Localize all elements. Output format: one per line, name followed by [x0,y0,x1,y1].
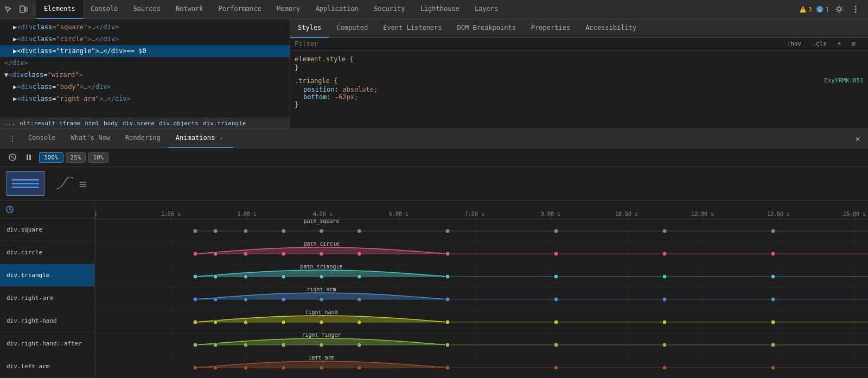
pause-button[interactable] [23,151,35,163]
svg-point-56 [244,274,248,279]
anim-wave-svg: right arm [95,288,868,311]
timeline-label-row[interactable]: div.left-arm [0,355,94,378]
timeline-label-row[interactable]: div.triangle [0,264,94,287]
timeline-tick-line [247,216,247,219]
dom-line[interactable]: ▶ <div class="square">…</div> [0,21,290,33]
dom-line[interactable]: </div> [0,57,290,69]
styles-tab-accessibility[interactable]: Accessibility [578,19,644,38]
nav-tab-sources[interactable]: Sources [125,0,168,19]
svg-point-131 [357,366,361,370]
styles-tab-styles[interactable]: Styles [290,19,329,38]
svg-point-36 [193,252,197,256]
svg-point-18 [193,229,197,233]
drawer-tab-console[interactable]: Console [21,129,63,148]
anim-preview-box [7,171,44,196]
svg-point-20 [244,229,248,233]
timeline-tick-line [854,216,855,219]
svg-point-78 [445,297,450,302]
timeline-grid: path_squarepath_circlepath_triangleright… [95,220,868,378]
svg-point-60 [445,274,450,279]
drawer-tab-label: What's New [71,134,110,142]
drawer-tab-rendering[interactable]: Rendering [118,129,168,148]
drawer-tab-close-icon[interactable]: ✕ [218,134,225,142]
svg-point-91 [213,320,218,324]
styles-tab-computed[interactable]: Computed [329,19,375,38]
svg-point-7 [855,9,857,10]
svg-point-76 [320,297,324,302]
timeline-chart[interactable]: 01.50 s3.00 s4.50 s6.00 s7.50 s9.00 s10.… [95,201,868,378]
timeline-tick-line [551,216,551,219]
styles-content: element.style {}ExyYRMK:851.triangle {po… [290,51,868,129]
nav-tab-memory[interactable]: Memory [269,0,308,19]
svg-point-90 [193,320,197,324]
drawer-close-button[interactable]: ✕ [852,133,864,144]
nav-tab-layers[interactable]: Layers [467,0,506,19]
timeline-label-row[interactable]: div.square [0,219,94,241]
styles-tab-event-listeners[interactable]: Event Listeners [375,19,449,38]
nav-tab-elements[interactable]: Elements [36,0,83,19]
hov-button[interactable]: :hov [784,39,805,48]
timeline-anim-row: path_triangle [95,265,868,288]
settings-icon[interactable] [833,3,845,15]
dom-line[interactable]: ▶ <div class="body">…</div> [0,81,290,93]
collapse-button[interactable]: ⊡ [849,39,858,48]
drawer-tab-what's-new[interactable]: What's New [63,129,118,148]
dom-line[interactable]: ▼ <div class="wizard"> [0,69,290,81]
dom-line[interactable]: ▶ <div class="circle">…</div> [0,33,290,45]
nav-tab-network[interactable]: Network [168,0,211,19]
speed-button-25%[interactable]: 25% [66,152,86,163]
svg-point-57 [282,274,286,279]
replay-button[interactable] [4,204,15,215]
styles-toolbar-right: :hov .cls + ⊡ [784,39,864,48]
breadcrumb-item[interactable]: ... [4,120,15,127]
timeline-label-rows: div.squarediv.circlediv.trianglediv.righ… [0,219,94,378]
breadcrumb-item[interactable]: div.triangle [203,120,246,127]
breadcrumb-item[interactable]: html [85,120,99,127]
timeline-label-row[interactable]: div.right-arm [0,287,94,310]
inspect-icon[interactable] [2,3,14,15]
drawer-dots-icon[interactable]: ⋮ [4,134,21,143]
svg-text:!: ! [801,8,804,12]
svg-text:right arm: right arm [307,288,336,292]
breadcrumb-item[interactable]: div.objects [159,120,199,127]
anim-wave-svg: path_circle [95,242,868,265]
styles-tab-properties[interactable]: Properties [524,19,578,38]
timeline-anim-row: path_square [95,220,868,242]
drawer-tabs-bar: ⋮ ConsoleWhat's NewRenderingAnimations✕ … [0,129,868,148]
timeline-label-row[interactable]: div.right-hand [0,310,94,332]
timeline-label-row[interactable]: div.circle [0,241,94,264]
add-style-button[interactable]: + [835,39,844,48]
dom-line[interactable]: ▶ <div class="right-arm">…</div> [0,93,290,105]
svg-point-97 [554,320,558,324]
preview-line-2 [12,183,39,184]
nav-tab-console[interactable]: Console [83,0,126,19]
svg-point-92 [244,320,248,324]
stop-button[interactable] [7,151,18,163]
bottom-drawer: ⋮ ConsoleWhat's NewRenderingAnimations✕ … [0,129,868,378]
drawer-tab-animations[interactable]: Animations✕ [168,129,233,148]
svg-point-54 [193,274,197,279]
breadcrumb-item[interactable]: ult:result-iframe [20,120,81,127]
device-icon[interactable] [17,3,29,15]
svg-point-25 [554,229,558,233]
timeline-ruler: 01.50 s3.00 s4.50 s6.00 s7.50 s9.00 s10.… [95,201,868,220]
svg-point-114 [445,343,450,347]
breadcrumb-item[interactable]: div.scene [122,120,155,127]
svg-point-72 [193,297,197,302]
nav-tab-performance[interactable]: Performance [211,0,269,19]
nav-tab-application[interactable]: Application [308,0,366,19]
svg-point-59 [357,274,361,279]
more-options-icon[interactable] [850,3,861,15]
speed-button-10%[interactable]: 10% [88,152,108,163]
styles-tab-dom-breakpoints[interactable]: DOM Breakpoints [450,19,524,38]
timeline-tick-line [171,216,171,219]
speed-button-100%[interactable]: 100% [39,152,63,163]
nav-tab-lighthouse[interactable]: Lighthouse [413,0,467,19]
filter-input[interactable] [295,40,403,48]
nav-tab-security[interactable]: Security [366,0,413,19]
svg-point-130 [320,366,324,370]
timeline-label-row[interactable]: div.right-hand::after [0,332,94,355]
breadcrumb-item[interactable]: body [104,120,118,127]
dom-line[interactable]: ▶ <div class="triangle">…</div> == $0 [0,45,290,57]
cls-button[interactable]: .cls [809,39,829,48]
